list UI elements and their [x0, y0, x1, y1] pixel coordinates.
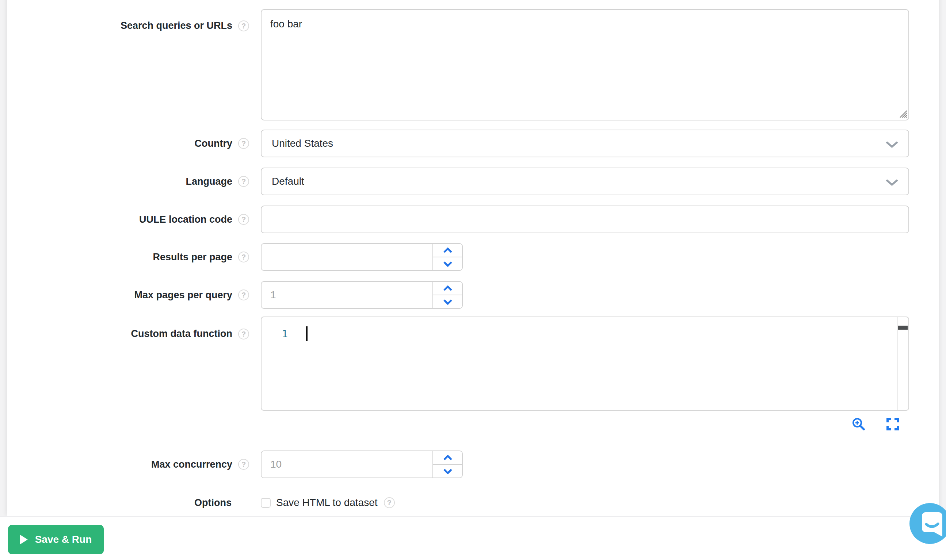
chevron-down-icon: [443, 468, 453, 474]
save-and-run-label: Save & Run: [35, 534, 92, 545]
language-selected-value: Default: [272, 175, 304, 187]
play-icon: [20, 535, 28, 544]
chevron-down-icon: [885, 140, 899, 149]
field-row-options: Options Save HTML to dataset ?: [0, 494, 946, 512]
help-icon[interactable]: ?: [238, 329, 249, 340]
search-queries-textarea[interactable]: foo bar: [261, 9, 909, 120]
field-row-max-pages: Max pages per query ?: [0, 281, 946, 309]
field-label-options: Options: [194, 497, 231, 509]
label-wrap: Options: [0, 497, 249, 509]
increment-button[interactable]: [433, 451, 462, 464]
help-icon[interactable]: ?: [238, 138, 249, 149]
label-wrap: Country ?: [0, 138, 249, 149]
label-wrap: Language ?: [0, 176, 249, 187]
help-icon[interactable]: ?: [238, 252, 249, 263]
help-icon[interactable]: ?: [384, 497, 395, 508]
label-wrap: Max pages per query ?: [0, 289, 249, 301]
field-row-results-per-page: Results per page ?: [0, 243, 946, 271]
save-html-checkbox[interactable]: [261, 498, 271, 508]
chevron-up-icon: [443, 455, 453, 461]
field-row-country: Country ? United States: [0, 129, 946, 157]
field-label-custom-data-function: Custom data function: [131, 328, 233, 340]
chat-launcher-button[interactable]: [909, 503, 946, 544]
editor-fullscreen-button[interactable]: [886, 418, 899, 431]
chevron-up-icon: [443, 248, 453, 253]
chevron-down-icon: [885, 178, 899, 186]
resize-grip-icon[interactable]: [898, 108, 907, 118]
chevron-down-icon: [443, 261, 453, 267]
number-stepper: [433, 282, 462, 308]
field-row-custom-data-function: Custom data function ? 1: [0, 317, 946, 411]
language-select[interactable]: Default: [261, 168, 909, 195]
text-cursor: [306, 326, 308, 341]
fullscreen-icon: [886, 418, 899, 431]
help-icon[interactable]: ?: [238, 214, 249, 225]
editor-zoom-button[interactable]: [851, 417, 866, 431]
label-wrap: Search queries or URLs ?: [0, 9, 249, 31]
save-and-run-button[interactable]: Save & Run: [8, 525, 104, 554]
help-icon[interactable]: ?: [238, 176, 249, 187]
country-selected-value: United States: [272, 138, 333, 149]
chevron-up-icon: [443, 286, 453, 291]
zoom-in-icon: [851, 417, 866, 431]
help-icon[interactable]: ?: [238, 20, 249, 31]
editor-scrollbar-thumb[interactable]: [898, 326, 907, 330]
field-row-search-queries: Search queries or URLs ? foo bar: [0, 9, 946, 120]
uule-input[interactable]: [261, 206, 909, 233]
country-select[interactable]: United States: [261, 129, 909, 157]
decrement-button[interactable]: [433, 257, 462, 270]
results-per-page-input-group: [261, 243, 463, 271]
field-label-results-per-page: Results per page: [153, 252, 232, 263]
code-editor[interactable]: 1: [261, 317, 909, 411]
label-wrap: Custom data function ?: [0, 317, 249, 340]
field-row-language: Language ? Default: [0, 168, 946, 195]
line-number: 1: [262, 327, 288, 342]
field-row-max-concurrency: Max concurrency ?: [0, 451, 946, 478]
number-stepper: [433, 244, 462, 270]
chevron-down-icon: [443, 299, 453, 305]
label-wrap: Results per page ?: [0, 252, 249, 263]
decrement-button[interactable]: [433, 464, 462, 477]
uule-field: [261, 206, 909, 233]
help-icon[interactable]: ?: [238, 289, 249, 300]
editor-toolbar: [262, 417, 910, 431]
footer-bar: [0, 516, 946, 560]
increment-button[interactable]: [433, 282, 462, 295]
editor-scrollbar[interactable]: [897, 317, 908, 410]
field-label-language: Language: [186, 176, 232, 187]
options-field: Save HTML to dataset ?: [261, 497, 395, 509]
max-pages-input-group: [261, 281, 463, 309]
max-concurrency-input-group: [261, 451, 463, 478]
field-row-uule: UULE location code ?: [0, 206, 946, 233]
field-label-country: Country: [195, 138, 233, 149]
label-wrap: Max concurrency ?: [0, 459, 249, 470]
decrement-button[interactable]: [433, 295, 462, 308]
field-label-max-pages: Max pages per query: [134, 289, 232, 301]
field-label-uule: UULE location code: [139, 214, 232, 225]
max-concurrency-input[interactable]: [262, 451, 433, 477]
results-per-page-input[interactable]: [262, 244, 433, 270]
max-pages-input[interactable]: [262, 282, 433, 308]
field-label-search-queries: Search queries or URLs: [120, 20, 232, 31]
number-stepper: [433, 451, 462, 477]
field-label-max-concurrency: Max concurrency: [151, 459, 232, 470]
help-icon[interactable]: ?: [238, 459, 249, 470]
label-wrap: UULE location code ?: [0, 214, 249, 225]
increment-button[interactable]: [433, 244, 462, 257]
save-html-checkbox-label[interactable]: Save HTML to dataset: [276, 497, 377, 509]
search-queries-field: foo bar: [261, 9, 909, 120]
